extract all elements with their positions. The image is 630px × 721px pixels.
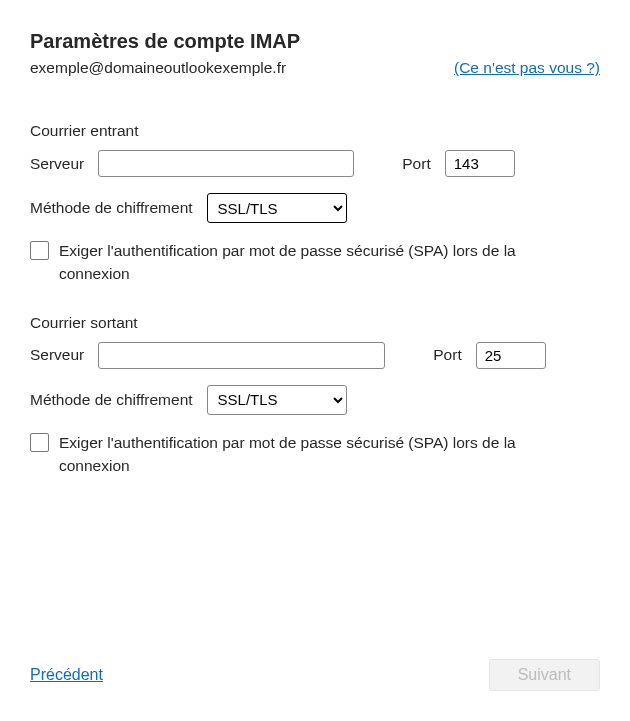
- incoming-server-input[interactable]: [98, 150, 354, 177]
- outgoing-heading: Courrier sortant: [30, 314, 600, 332]
- outgoing-server-row: Serveur Port: [30, 342, 600, 369]
- subtitle-row: exemple@domaineoutlookexemple.fr (Ce n'e…: [30, 59, 600, 77]
- outgoing-encryption-label: Méthode de chiffrement: [30, 391, 193, 409]
- outgoing-port-label: Port: [433, 346, 461, 364]
- incoming-server-row: Serveur Port: [30, 150, 600, 177]
- incoming-spa-label: Exiger l'authentification par mot de pas…: [59, 239, 559, 286]
- incoming-encryption-row: Méthode de chiffrement SSL/TLS: [30, 193, 600, 223]
- incoming-spa-checkbox[interactable]: [30, 241, 49, 260]
- page-title: Paramètres de compte IMAP: [30, 30, 600, 53]
- incoming-port-label: Port: [402, 155, 430, 173]
- incoming-encryption-label: Méthode de chiffrement: [30, 199, 193, 217]
- previous-button[interactable]: Précédent: [30, 666, 103, 684]
- next-button[interactable]: Suivant: [489, 659, 600, 691]
- incoming-server-label: Serveur: [30, 155, 84, 173]
- outgoing-spa-checkbox[interactable]: [30, 433, 49, 452]
- incoming-spa-row: Exiger l'authentification par mot de pas…: [30, 239, 600, 286]
- incoming-heading: Courrier entrant: [30, 122, 600, 140]
- not-you-link[interactable]: (Ce n'est pas vous ?): [454, 59, 600, 77]
- outgoing-server-input[interactable]: [98, 342, 385, 369]
- outgoing-port-input[interactable]: [476, 342, 546, 369]
- outgoing-encryption-select[interactable]: SSL/TLS: [207, 385, 347, 415]
- account-email: exemple@domaineoutlookexemple.fr: [30, 59, 286, 77]
- outgoing-spa-label: Exiger l'authentification par mot de pas…: [59, 431, 559, 478]
- footer: Précédent Suivant: [30, 659, 600, 691]
- incoming-encryption-select[interactable]: SSL/TLS: [207, 193, 347, 223]
- outgoing-encryption-row: Méthode de chiffrement SSL/TLS: [30, 385, 600, 415]
- outgoing-spa-row: Exiger l'authentification par mot de pas…: [30, 431, 600, 478]
- incoming-port-input[interactable]: [445, 150, 515, 177]
- outgoing-server-label: Serveur: [30, 346, 84, 364]
